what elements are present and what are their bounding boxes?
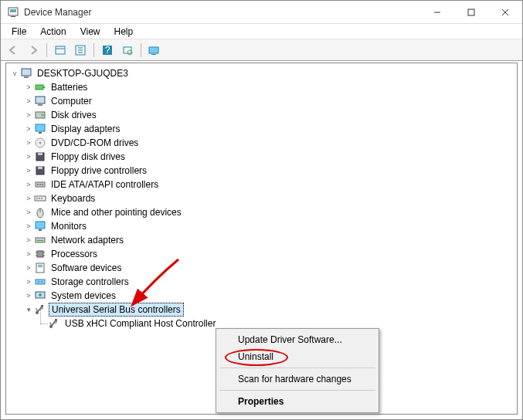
minimize-button[interactable] (420, 2, 454, 23)
tree-category-disk-drives[interactable]: >Disk drives (8, 108, 515, 122)
svg-rect-1 (10, 9, 16, 12)
cpu-icon (34, 248, 46, 260)
show-hide-tree-button[interactable] (51, 42, 70, 59)
properties-button[interactable] (71, 42, 90, 59)
expand-icon[interactable]: > (23, 97, 34, 105)
close-button[interactable] (488, 2, 522, 23)
svg-point-30 (39, 142, 42, 144)
back-button[interactable] (4, 42, 22, 59)
svg-rect-41 (39, 198, 40, 199)
svg-rect-21 (36, 85, 43, 90)
category-label: Processors (49, 248, 100, 260)
tree-category-computer[interactable]: >Computer (8, 94, 515, 108)
expand-icon[interactable]: > (23, 292, 34, 300)
ide-icon (34, 178, 46, 191)
usb-icon (48, 317, 60, 330)
svg-rect-42 (41, 198, 42, 199)
tree-category-floppy-disk-drives[interactable]: >Floppy disk drives (8, 150, 515, 164)
menu-file[interactable]: File (5, 25, 32, 39)
svg-rect-24 (38, 104, 42, 106)
tree-category-keyboards[interactable]: >Keyboards (8, 191, 515, 205)
tree-category-universal-serial-bus-controllers[interactable]: ▾Universal Serial Bus controllers (8, 303, 515, 317)
ctx-scan-hardware[interactable]: Scan for hardware changes (218, 371, 377, 388)
svg-point-37 (39, 184, 41, 185)
expand-icon[interactable]: > (23, 250, 34, 258)
ctx-uninstall[interactable]: Uninstall (218, 348, 377, 365)
svg-rect-54 (36, 263, 44, 273)
expand-icon[interactable]: > (23, 264, 34, 272)
expand-icon[interactable]: > (23, 236, 34, 244)
computer-icon (20, 67, 32, 80)
svg-rect-23 (36, 97, 45, 103)
svg-rect-63 (41, 305, 43, 307)
tree-category-system-devices[interactable]: >System devices (8, 289, 515, 303)
expand-icon[interactable]: > (23, 153, 34, 161)
expand-icon[interactable]: > (23, 111, 34, 119)
expand-icon[interactable]: > (23, 83, 34, 91)
svg-point-58 (38, 281, 39, 283)
tree-category-monitors[interactable]: >Monitors (8, 219, 515, 233)
svg-rect-65 (55, 319, 57, 321)
svg-point-59 (41, 281, 42, 283)
svg-rect-22 (43, 86, 45, 88)
tree-category-floppy-drive-controllers[interactable]: >Floppy drive controllers (8, 164, 515, 178)
category-label: Floppy disk drives (49, 151, 127, 163)
tree-category-processors[interactable]: >Processors (8, 247, 515, 261)
scan-hardware-button[interactable] (118, 42, 137, 59)
ctx-separator (219, 368, 375, 368)
category-label: Software devices (49, 262, 124, 274)
expand-icon[interactable]: > (23, 195, 34, 202)
battery-icon (34, 81, 46, 93)
forward-button[interactable] (24, 42, 42, 59)
view-devices-button[interactable] (145, 42, 164, 59)
tree-category-network-adapters[interactable]: >Network adapters (8, 233, 515, 247)
tree-root-node[interactable]: vDESKTOP-GJUQDE3 (8, 66, 515, 80)
collapse-icon[interactable]: ▾ (23, 306, 34, 313)
svg-rect-48 (37, 240, 43, 241)
mouse-icon (34, 206, 46, 218)
svg-rect-18 (151, 54, 156, 55)
context-menu: Update Driver Software... Uninstall Scan… (216, 328, 379, 413)
tree-category-mice-and-other-pointing-devices[interactable]: >Mice and other pointing devices (8, 205, 515, 219)
titlebar: Device Manager (1, 1, 522, 24)
expand-icon[interactable]: > (23, 222, 34, 230)
keyboard-icon (34, 192, 46, 205)
device-manager-icon (7, 6, 19, 19)
expand-icon[interactable]: > (23, 181, 34, 188)
ctx-update-driver[interactable]: Update Driver Software... (218, 331, 377, 348)
svg-rect-19 (22, 69, 31, 76)
tree-category-batteries[interactable]: >Batteries (8, 80, 515, 94)
storage-icon (34, 276, 46, 288)
collapse-icon[interactable]: v (9, 69, 20, 77)
category-label: IDE ATA/ATAPI controllers (49, 178, 161, 191)
svg-rect-49 (37, 251, 43, 257)
menu-action[interactable]: Action (34, 25, 72, 39)
root-label: DESKTOP-GJUQDE3 (35, 67, 131, 80)
category-label: Storage controllers (49, 276, 131, 288)
tree-category-software-devices[interactable]: >Software devices (8, 261, 515, 275)
disk-icon (34, 109, 46, 121)
expand-icon[interactable]: > (23, 139, 34, 147)
expand-icon[interactable]: > (23, 208, 34, 216)
maximize-button[interactable] (454, 2, 488, 23)
help-button[interactable]: ? (98, 42, 117, 59)
category-label: Monitors (49, 220, 89, 232)
svg-point-26 (41, 113, 44, 117)
expand-icon[interactable]: > (23, 125, 34, 133)
tree-category-dvd-cd-rom-drives[interactable]: >DVD/CD-ROM drives (8, 136, 515, 150)
tree-category-display-adapters[interactable]: >Display adapters (8, 122, 515, 136)
menu-view[interactable]: View (74, 25, 107, 39)
ctx-separator (219, 390, 375, 391)
svg-rect-28 (39, 132, 42, 134)
toolbar: ? (1, 39, 522, 61)
ctx-properties[interactable]: Properties (218, 393, 377, 410)
expand-icon[interactable]: > (23, 167, 34, 174)
menu-help[interactable]: Help (108, 25, 140, 39)
category-label: Mice and other pointing devices (49, 206, 184, 218)
svg-point-61 (39, 293, 42, 296)
svg-rect-17 (149, 47, 158, 53)
tree-category-storage-controllers[interactable]: >Storage controllers (8, 275, 515, 289)
svg-point-38 (42, 184, 43, 185)
tree-category-ide-ata-atapi-controllers[interactable]: >IDE ATA/ATAPI controllers (8, 178, 515, 191)
expand-icon[interactable]: > (23, 278, 34, 286)
